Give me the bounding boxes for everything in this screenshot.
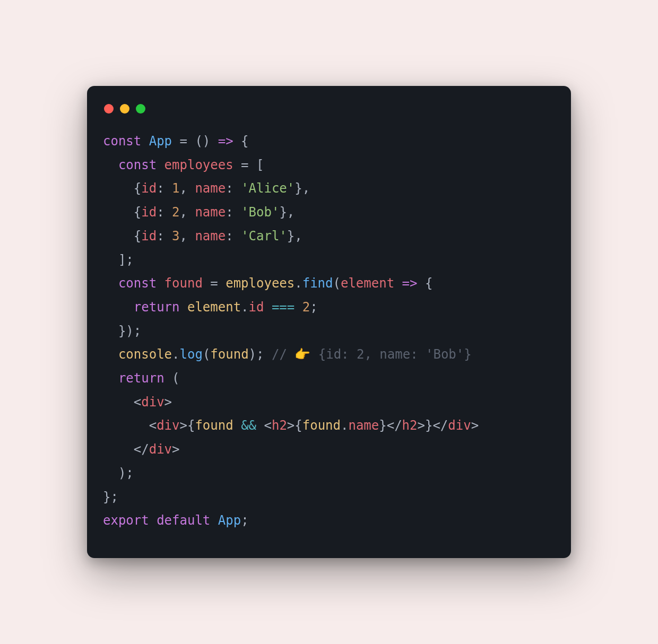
code-block: const App = () => { const employees = [ … <box>103 129 555 533</box>
maximize-icon[interactable] <box>136 104 145 114</box>
code-line: const employees = [ <box>103 158 264 172</box>
code-line: return element.id === 2; <box>103 300 318 315</box>
code-window: const App = () => { const employees = [ … <box>87 86 571 558</box>
code-line: {id: 3, name: 'Carl'}, <box>103 229 302 243</box>
code-line: <div>{found && <h2>{found.name}</h2>}</d… <box>103 418 479 433</box>
minimize-icon[interactable] <box>120 104 129 114</box>
code-line: <div> <box>103 395 172 410</box>
code-line: const App = () => { <box>103 134 249 149</box>
code-line: {id: 2, name: 'Bob'}, <box>103 205 295 220</box>
code-line: {id: 1, name: 'Alice'}, <box>103 181 310 196</box>
code-line: }; <box>103 490 118 504</box>
code-line: export default App; <box>103 513 249 528</box>
code-line: console.log(found); // 👉️ {id: 2, name: … <box>103 347 472 362</box>
code-line: return ( <box>103 371 180 386</box>
code-line: const found = employees.find(element => … <box>103 276 432 291</box>
code-line: }); <box>103 324 141 338</box>
code-line: </div> <box>103 442 180 457</box>
code-line: ]; <box>103 253 134 267</box>
code-line: ); <box>103 466 134 481</box>
close-icon[interactable] <box>104 104 114 114</box>
window-traffic-lights <box>103 101 555 129</box>
